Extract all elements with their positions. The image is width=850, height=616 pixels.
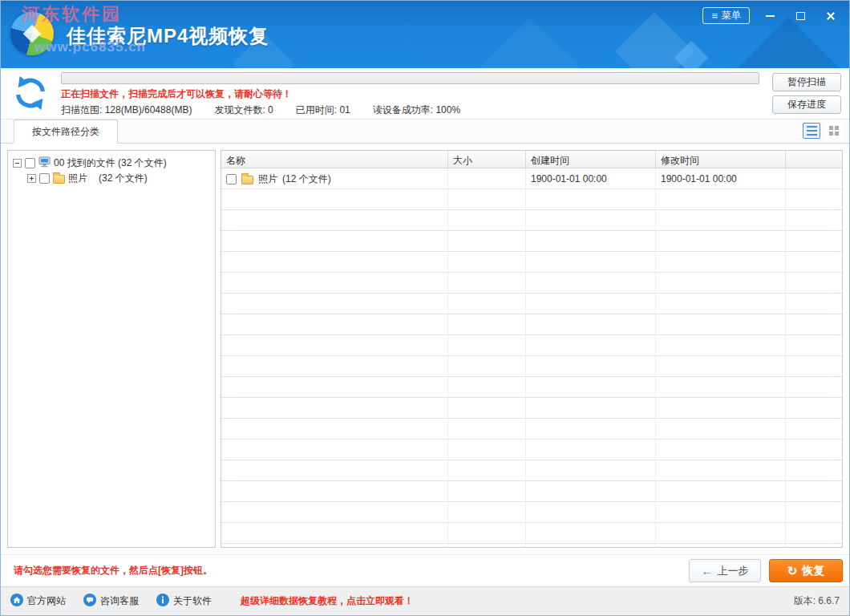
column-header-size[interactable]: 大小 [448,151,526,168]
action-bar: 请勾选您需要恢复的文件，然后点[恢复]按钮。 ← 上一步 ↻ 恢复 [1,554,849,586]
view-toggles [803,123,843,139]
tree-root-checkbox[interactable] [25,158,35,168]
save-progress-button[interactable]: 保存进度 [772,95,841,114]
column-divider [655,168,656,547]
minimize-button[interactable] [759,9,780,23]
close-icon [826,11,836,21]
tree-child-row[interactable]: 照片 (32 个文件) [27,171,210,185]
tree-root-row[interactable]: 00 找到的文件 (32 个文件) [13,156,210,170]
elapsed-time: 已用时间: 01 [296,103,350,117]
watermark-url: www.pc6835.cn [34,39,146,55]
recover-refresh-icon: ↻ [787,564,798,578]
file-table-panel: 名称 大小 创建时间 修改时间 照片 (12 个文件) [221,150,843,548]
menu-button[interactable]: ≡ 菜单 [702,7,750,24]
menu-button-label: 菜单 [722,9,741,22]
chat-icon [83,594,96,609]
folder-icon [53,175,65,184]
column-header-empty [786,151,842,168]
info-icon [156,594,169,609]
about-software-link[interactable]: 关于软件 [156,594,212,609]
files-found: 发现文件数: 0 [214,103,273,117]
cell-name: 照片 (12 个文件) [221,172,448,186]
column-header-name[interactable]: 名称 [221,151,448,168]
cell-modified: 1900-01-01 00:00 [656,173,786,184]
expand-icon[interactable] [27,174,36,183]
recover-button[interactable]: ↻ 恢复 [769,559,843,582]
tab-strip: 按文件路径分类 [1,120,849,144]
watermark-text: 河东软件园 [22,2,122,26]
back-arrow-icon: ← [702,565,713,578]
about-software-label: 关于软件 [173,594,212,608]
row-count-label: (12 个文件) [282,172,331,186]
column-divider [447,168,448,547]
scanning-recycle-icon [12,75,49,114]
column-header-created[interactable]: 创建时间 [526,151,656,168]
recover-hint-text: 请勾选您需要恢复的文件，然后点[恢复]按钮。 [14,564,212,578]
cell-created: 1900-01-01 00:00 [526,173,656,184]
version-label: 版本: 6.6.7 [794,594,840,608]
row-name-label: 照片 [258,172,277,186]
pause-scan-button[interactable]: 暂停扫描 [772,73,841,91]
status-bar: 官方网站 咨询客服 关于软件 超级详细数据恢复教程，点击立 [1,586,849,615]
titlebar-controls: ≡ 菜单 [702,7,841,24]
list-view-icon [807,126,817,136]
table-header: 名称 大小 创建时间 修改时间 [221,151,842,168]
titlebar-decoration [462,18,598,68]
read-success-rate: 读设备成功率: 100% [373,103,460,117]
back-button-label: 上一步 [718,564,749,578]
table-body: 照片 (12 个文件) 1900-01-01 00:00 1900-01-01 … [221,168,842,547]
scan-panel: 正在扫描文件，扫描完成后才可以恢复，请耐心等待！ 扫描范围: 128(MB)/6… [1,68,849,120]
collapse-icon[interactable] [13,159,22,168]
official-website-link[interactable]: 官方网站 [10,594,66,609]
table-row[interactable]: 照片 (12 个文件) 1900-01-01 00:00 1900-01-01 … [221,168,842,189]
tree-root-label: 00 找到的文件 (32 个文件) [54,156,167,170]
recover-button-label: 恢复 [802,564,824,578]
column-header-modified[interactable]: 修改时间 [656,151,786,168]
scan-buttons: 暂停扫描 保存进度 [772,73,841,114]
customer-support-link[interactable]: 咨询客服 [83,594,139,609]
maximize-button[interactable] [790,9,811,23]
maximize-icon [796,12,805,20]
main-content: 00 找到的文件 (32 个文件) 照片 (32 个文件) 名称 大小 创建时间… [1,144,849,554]
tab-by-file-path[interactable]: 按文件路径分类 [14,120,118,144]
column-divider [785,168,786,547]
scan-range: 扫描范围: 128(MB)/60488(MB) [61,103,192,117]
grid-view-icon [829,126,839,136]
customer-support-label: 咨询客服 [100,594,139,608]
scan-stats: 扫描范围: 128(MB)/60488(MB) 发现文件数: 0 已用时间: 0… [61,103,759,117]
scan-progress-bar [61,72,759,84]
tree-child-label: 照片 [68,172,87,185]
tutorial-link[interactable]: 超级详细数据恢复教程，点击立即观看！ [241,594,414,608]
home-icon [10,594,23,609]
grid-view-button[interactable] [825,123,843,139]
menu-icon: ≡ [711,10,718,21]
row-checkbox[interactable] [226,174,237,184]
column-divider [525,168,526,547]
tree-child-count: (32 个文件) [99,172,148,185]
official-website-label: 官方网站 [27,594,66,608]
title-bar: 佳佳索尼MP4视频恢复 河东软件园 www.pc6835.cn ≡ 菜单 [1,1,849,68]
scan-warning-text: 正在扫描文件，扫描完成后才可以恢复，请耐心等待！ [61,87,759,101]
list-view-button[interactable] [803,123,820,139]
close-button[interactable] [820,9,841,23]
scan-status-area: 正在扫描文件，扫描完成后才可以恢复，请耐心等待！ 扫描范围: 128(MB)/6… [61,72,759,117]
computer-icon [38,156,51,170]
folder-icon [241,176,253,184]
titlebar-decoration [735,17,842,68]
back-button[interactable]: ← 上一步 [689,559,761,582]
app-window: 佳佳索尼MP4视频恢复 河东软件园 www.pc6835.cn ≡ 菜单 [0,0,850,616]
tree-child-checkbox[interactable] [39,173,50,184]
folder-tree-panel: 00 找到的文件 (32 个文件) 照片 (32 个文件) [7,150,216,548]
minimize-icon [766,15,775,17]
